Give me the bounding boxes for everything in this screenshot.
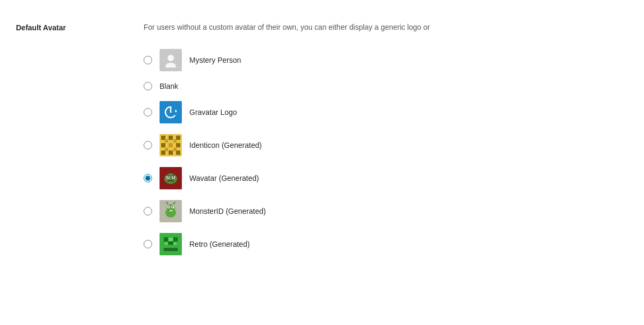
- svg-rect-15: [173, 139, 177, 143]
- avatar-option-monsterid[interactable]: MonsterID (Generated): [144, 195, 628, 228]
- svg-rect-13: [169, 151, 173, 155]
- svg-rect-7: [169, 136, 173, 140]
- svg-rect-45: [165, 243, 168, 245]
- avatar-label-gravatar: Gravatar Logo: [189, 108, 237, 116]
- svg-rect-6: [176, 136, 180, 140]
- svg-rect-44: [169, 238, 173, 241]
- radio-gravatar[interactable]: [144, 108, 152, 116]
- setting-row: Default Avatar For users without a custo…: [16, 21, 628, 261]
- svg-point-0: [168, 55, 174, 61]
- setting-label: Default Avatar: [16, 21, 122, 32]
- svg-rect-39: [173, 237, 178, 241]
- svg-rect-16: [165, 148, 168, 151]
- radio-wavatar[interactable]: [144, 174, 152, 182]
- svg-point-32: [172, 206, 173, 207]
- svg-rect-17: [173, 148, 177, 151]
- avatar-icon-retro: [160, 233, 182, 255]
- avatar-label-blank: Blank: [160, 82, 178, 90]
- setting-description: For users without a custom avatar of the…: [144, 21, 628, 33]
- avatar-icon-mystery: [160, 49, 182, 71]
- page-wrapper: Default Avatar For users without a custo…: [0, 0, 644, 325]
- svg-rect-10: [169, 143, 173, 147]
- svg-rect-5: [161, 136, 165, 140]
- avatar-label-wavatar: Wavatar (Generated): [189, 174, 259, 182]
- avatar-options-list: Mystery Person Blank: [144, 44, 628, 261]
- svg-point-22: [168, 177, 169, 178]
- radio-blank[interactable]: [144, 82, 152, 90]
- svg-point-1: [165, 63, 176, 68]
- svg-rect-35: [169, 210, 171, 211]
- svg-rect-46: [173, 243, 177, 245]
- svg-rect-38: [164, 237, 168, 241]
- svg-rect-42: [174, 248, 178, 251]
- svg-rect-43: [167, 248, 174, 251]
- svg-point-31: [168, 206, 169, 207]
- svg-rect-36: [171, 210, 173, 211]
- setting-content: For users without a custom avatar of the…: [144, 21, 628, 261]
- svg-rect-40: [168, 241, 173, 245]
- avatar-option-blank[interactable]: Blank: [144, 77, 628, 96]
- avatar-option-identicon[interactable]: Identicon (Generated): [144, 129, 628, 162]
- avatar-icon-wavatar: [160, 167, 182, 189]
- avatar-label-mystery: Mystery Person: [189, 56, 241, 64]
- svg-rect-12: [176, 151, 180, 155]
- radio-monsterid[interactable]: [144, 207, 152, 215]
- avatar-option-retro[interactable]: Retro (Generated): [144, 228, 628, 261]
- avatar-label-identicon: Identicon (Generated): [189, 141, 262, 149]
- avatar-icon-monsterid: [160, 200, 182, 222]
- svg-rect-9: [176, 143, 180, 147]
- svg-point-23: [173, 177, 174, 178]
- svg-rect-11: [161, 151, 165, 155]
- avatar-option-gravatar[interactable]: Gravatar Logo: [144, 96, 628, 129]
- avatar-option-wavatar[interactable]: Wavatar (Generated): [144, 162, 628, 195]
- svg-rect-41: [164, 248, 167, 251]
- svg-rect-14: [165, 139, 168, 143]
- radio-identicon[interactable]: [144, 141, 152, 149]
- svg-rect-8: [161, 143, 165, 147]
- svg-point-19: [164, 173, 177, 184]
- radio-retro[interactable]: [144, 240, 152, 248]
- avatar-option-mystery[interactable]: Mystery Person: [144, 44, 628, 77]
- radio-mystery[interactable]: [144, 56, 152, 64]
- avatar-icon-gravatar: [160, 101, 182, 123]
- avatar-label-retro: Retro (Generated): [189, 240, 250, 248]
- avatar-icon-identicon: [160, 134, 182, 156]
- avatar-label-monsterid: MonsterID (Generated): [189, 207, 266, 215]
